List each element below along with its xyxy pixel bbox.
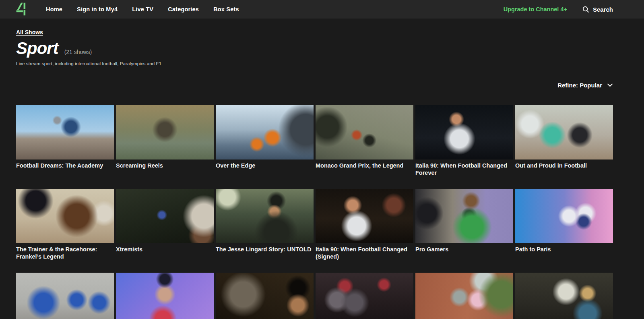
- title-row: Sport (21 shows): [16, 39, 613, 58]
- nav-right: Upgrade to Channel 4+ Search: [504, 6, 613, 13]
- show-card[interactable]: Over the Edge: [216, 105, 314, 189]
- divider: [16, 76, 613, 76]
- show-card[interactable]: Monaco Grand Prix, the Legend: [316, 105, 413, 189]
- search-label: Search: [593, 6, 613, 13]
- nav-item-box-sets[interactable]: Box Sets: [213, 6, 239, 12]
- page-description: Live stream sport, including internation…: [16, 61, 613, 66]
- show-card[interactable]: [316, 273, 413, 319]
- show-thumbnail: [515, 273, 613, 319]
- search-button[interactable]: Search: [582, 6, 613, 13]
- chevron-down-icon: [607, 83, 613, 87]
- top-nav: HomeSign in to My4Live TVCategoriesBox S…: [0, 0, 644, 19]
- show-title: The Jesse Lingard Story: UNTOLD: [216, 243, 314, 273]
- show-thumbnail: [515, 105, 613, 160]
- main-content: All Shows Sport (21 shows) Live stream s…: [0, 19, 644, 319]
- show-title: Over the Edge: [216, 160, 314, 189]
- show-thumbnail: [16, 189, 114, 243]
- page-title: Sport: [16, 39, 58, 58]
- show-title: Path to Paris: [515, 243, 613, 273]
- show-card[interactable]: Path to Paris: [515, 189, 613, 273]
- nav-links: HomeSign in to My4Live TVCategoriesBox S…: [46, 6, 239, 12]
- show-title: Monaco Grand Prix, the Legend: [316, 160, 413, 189]
- show-title: Pro Gamers: [415, 243, 513, 273]
- show-title: Football Dreams: The Academy: [16, 160, 114, 189]
- show-card[interactable]: The Trainer & the Racehorse: Frankel’s L…: [16, 189, 114, 273]
- show-title: The Trainer & the Racehorse: Frankel’s L…: [16, 243, 114, 273]
- show-thumbnail: [16, 273, 114, 319]
- show-thumbnail: [515, 189, 613, 243]
- show-thumbnail: [16, 105, 114, 160]
- show-title: Xtremists: [116, 243, 214, 273]
- show-title: Screaming Reels: [116, 160, 214, 189]
- show-thumbnail: [116, 105, 214, 160]
- show-title: Italia 90: When Football Changed Forever: [415, 160, 513, 189]
- show-card[interactable]: [16, 273, 114, 319]
- show-thumbnail: [116, 273, 214, 319]
- show-card[interactable]: Xtremists: [116, 189, 214, 273]
- channel4-logo-icon: [16, 2, 28, 17]
- show-card[interactable]: Screaming Reels: [116, 105, 214, 189]
- upgrade-channel4-link[interactable]: Upgrade to Channel 4+: [504, 6, 567, 12]
- show-card[interactable]: [515, 273, 613, 319]
- show-card[interactable]: Football Dreams: The Academy: [16, 105, 114, 189]
- show-card[interactable]: [116, 273, 214, 319]
- show-title: Italia 90: When Football Changed (Signed…: [316, 243, 413, 273]
- show-card[interactable]: Italia 90: When Football Changed (Signed…: [316, 189, 413, 273]
- nav-item-sign-in-to-my4[interactable]: Sign in to My4: [77, 6, 118, 12]
- nav-item-live-tv[interactable]: Live TV: [132, 6, 153, 12]
- channel4-logo[interactable]: [16, 2, 28, 17]
- show-thumbnail: [415, 273, 513, 319]
- show-card[interactable]: [216, 273, 314, 319]
- show-title: Out and Proud in Football: [515, 160, 613, 189]
- show-thumbnail: [216, 189, 314, 243]
- show-thumbnail: [316, 273, 413, 319]
- show-card[interactable]: Pro Gamers: [415, 189, 513, 273]
- show-card[interactable]: Italia 90: When Football Changed Forever: [415, 105, 513, 189]
- show-thumbnail: [415, 189, 513, 243]
- show-count: (21 shows): [64, 49, 92, 55]
- show-thumbnail: [316, 189, 413, 243]
- show-thumbnail: [216, 273, 314, 319]
- show-card[interactable]: The Jesse Lingard Story: UNTOLD: [216, 189, 314, 273]
- show-thumbnail: [116, 189, 214, 243]
- breadcrumb-all-shows[interactable]: All Shows: [16, 29, 43, 35]
- nav-item-home[interactable]: Home: [46, 6, 62, 12]
- search-icon: [582, 6, 589, 13]
- refine-dropdown[interactable]: Refine: Popular: [16, 82, 613, 89]
- nav-item-categories[interactable]: Categories: [168, 6, 199, 12]
- refine-label: Refine: Popular: [557, 82, 602, 89]
- show-thumbnail: [415, 105, 513, 160]
- show-card[interactable]: [415, 273, 513, 319]
- show-thumbnail: [316, 105, 413, 160]
- shows-grid: Football Dreams: The AcademyScreaming Re…: [16, 105, 613, 319]
- show-thumbnail: [216, 105, 314, 160]
- show-card[interactable]: Out and Proud in Football: [515, 105, 613, 189]
